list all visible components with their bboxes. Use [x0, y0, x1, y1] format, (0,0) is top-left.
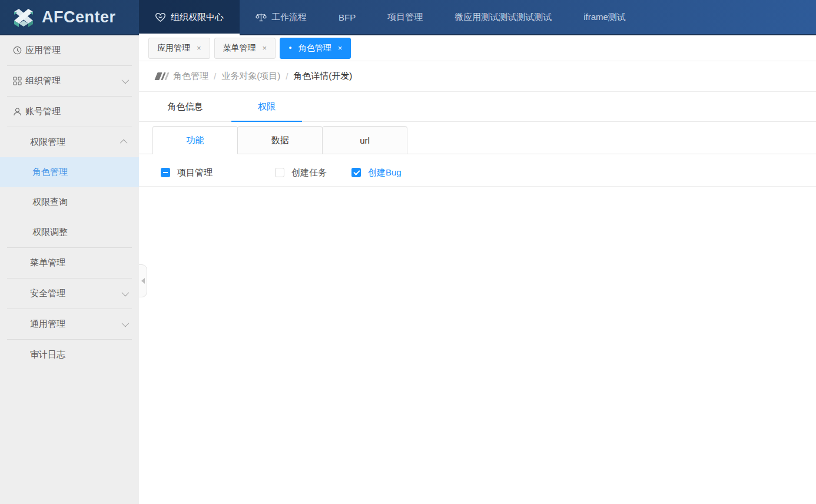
nav-item-label: 组织权限中心 [171, 12, 224, 23]
sidebar-item-permission-adjust[interactable]: 权限调整 [0, 217, 139, 247]
detail-tabs: 角色信息 权限 [139, 92, 816, 122]
nav-item-project-management[interactable]: 项目管理 [371, 0, 439, 34]
sidebar-collapse-handle[interactable] [139, 264, 147, 297]
sidebar-item-menu-management[interactable]: 菜单管理 [0, 248, 139, 278]
nav-item-iframe-test[interactable]: iframe测试 [568, 0, 642, 34]
nav-item-org-permission-center[interactable]: 组织权限中心 [139, 0, 240, 34]
logo-text: AFCenter [42, 8, 116, 26]
open-tab-app-management[interactable]: 应用管理 × [148, 38, 210, 59]
sidebar-item-permission-query[interactable]: 权限查询 [0, 187, 139, 217]
sidebar-item-role-management[interactable]: 角色管理 [0, 157, 139, 187]
open-tab-role-management[interactable]: ● 角色管理 × [280, 38, 351, 59]
nav-item-label: 微应用测试测试测试测试 [455, 12, 552, 23]
sidebar-item-label: 组织管理 [25, 75, 61, 87]
open-tab-label: 角色管理 [298, 43, 331, 54]
sidebar-item-label: 角色管理 [32, 167, 68, 178]
sidebar-item-label: 权限调整 [32, 227, 68, 238]
nav-item-label: iframe测试 [583, 12, 626, 23]
tab-label: 角色信息 [168, 101, 203, 112]
tab-label: 权限 [258, 101, 276, 112]
scale-icon [256, 12, 267, 22]
sidebar-item-label: 通用管理 [30, 319, 65, 330]
sidebar-item-account-management[interactable]: 账号管理 [0, 97, 139, 127]
breadcrumb-item-role-management[interactable]: 角色管理 [173, 71, 208, 82]
checkbox-unchecked[interactable] [275, 168, 284, 177]
permission-item-create-task: 创建任务 [275, 167, 327, 178]
chevron-up-icon [120, 140, 128, 147]
sidebar-item-security-management[interactable]: 安全管理 [0, 278, 139, 309]
breadcrumb-separator: / [286, 71, 288, 81]
open-tab-menu-management[interactable]: 菜单管理 × [214, 38, 276, 59]
sidebar-item-label: 安全管理 [30, 288, 65, 299]
breadcrumb-item-role-detail: 角色详情(开发) [293, 71, 352, 82]
checkbox-label[interactable]: 创建Bug [368, 167, 402, 178]
top-nav: 组织权限中心 工作流程 BFP 项目管理 [139, 0, 642, 34]
sidebar-item-label: 权限管理 [30, 137, 65, 148]
tab-data-permissions[interactable]: 数据 [237, 126, 323, 154]
close-icon[interactable]: × [263, 44, 267, 52]
collapse-arrow-icon [141, 278, 145, 284]
top-header: AFCenter 组织权限中心 [0, 0, 816, 35]
sidebar-item-label: 应用管理 [25, 45, 61, 56]
main-content: 应用管理 × 菜单管理 × ● 角色管理 × 角色管理 / 业务对象(项目) /… [139, 35, 816, 504]
close-icon[interactable]: × [197, 44, 201, 52]
nav-item-bfp[interactable]: BFP [323, 0, 371, 34]
nav-item-label: 项目管理 [387, 12, 423, 23]
nav-item-label: 工作流程 [271, 12, 307, 23]
permission-tree: 项目管理 创建任务 创建Bug [139, 154, 816, 187]
clock-icon [13, 46, 22, 55]
close-icon[interactable]: × [338, 44, 343, 52]
heart-icon [155, 12, 166, 22]
active-dot-icon: ● [288, 45, 291, 51]
sidebar-item-label: 审计日志 [30, 349, 65, 360]
checkbox-label[interactable]: 项目管理 [177, 167, 213, 178]
sidebar-item-audit-log[interactable]: 审计日志 [0, 340, 139, 370]
nav-item-workflow[interactable]: 工作流程 [240, 0, 323, 34]
permission-item-project-management: 项目管理 [161, 167, 213, 178]
user-icon [13, 107, 22, 117]
open-tab-label: 应用管理 [157, 43, 190, 54]
sidebar: 应用管理 组织管理 账号管理 [0, 35, 139, 504]
breadcrumb: 角色管理 / 业务对象(项目) / 角色详情(开发) [139, 61, 816, 92]
sidebar-item-label: 权限查询 [32, 197, 68, 208]
tab-label: url [360, 135, 370, 145]
permission-item-create-bug: 创建Bug [351, 167, 402, 178]
checkbox-label[interactable]: 创建任务 [291, 167, 327, 178]
nav-item-label: BFP [339, 12, 356, 22]
chevron-down-icon [122, 320, 130, 327]
tab-role-info[interactable]: 角色信息 [139, 92, 231, 121]
sidebar-item-org-management[interactable]: 组织管理 [0, 66, 139, 96]
tab-label: 数据 [271, 135, 289, 146]
tab-function-permissions[interactable]: 功能 [152, 126, 238, 154]
org-icon [13, 77, 22, 85]
breadcrumb-item-business-object[interactable]: 业务对象(项目) [221, 71, 280, 82]
checkbox-indeterminate[interactable] [161, 168, 170, 177]
open-tab-label: 菜单管理 [223, 43, 256, 54]
nav-item-microapp-test[interactable]: 微应用测试测试测试测试 [439, 0, 568, 34]
tab-permissions[interactable]: 权限 [231, 92, 302, 121]
chevron-down-icon [122, 77, 130, 84]
logo-cube-icon [12, 6, 35, 28]
sidebar-item-permission-management[interactable]: 权限管理 [0, 127, 139, 157]
tab-url-permissions[interactable]: url [322, 126, 407, 154]
tab-label: 功能 [187, 135, 204, 146]
chevron-down-icon [122, 289, 130, 297]
permission-type-tabs: 功能 数据 url [139, 126, 816, 154]
checkbox-checked[interactable] [351, 168, 361, 177]
sidebar-item-label: 账号管理 [25, 106, 61, 117]
sidebar-item-general-management[interactable]: 通用管理 [0, 309, 139, 339]
app-root: AFCenter 组织权限中心 [0, 0, 816, 504]
open-tabs-bar: 应用管理 × 菜单管理 × ● 角色管理 × [139, 35, 816, 61]
breadcrumb-separator: / [214, 71, 216, 81]
app-logo[interactable]: AFCenter [0, 0, 139, 34]
sidebar-item-app-management[interactable]: 应用管理 [0, 35, 139, 65]
breadcrumb-slashes-icon [156, 72, 168, 80]
sidebar-item-label: 菜单管理 [30, 257, 65, 268]
